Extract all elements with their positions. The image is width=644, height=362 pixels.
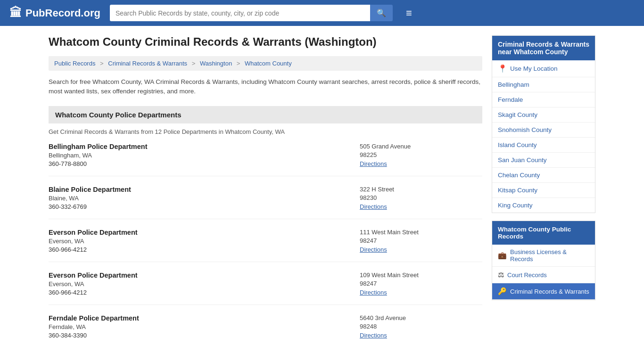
dept-left-3: Everson Police Department Everson, WA 36… bbox=[49, 272, 360, 296]
dept-left-1: Blaine Police Department Blaine, WA 360-… bbox=[49, 186, 360, 210]
dept-left-4: Ferndale Police Department Ferndale, WA … bbox=[49, 314, 360, 339]
dept-phone: 360-778-8800 bbox=[49, 160, 360, 167]
dept-city: Everson, WA bbox=[49, 280, 360, 288]
dept-city: Everson, WA bbox=[49, 238, 360, 245]
dept-right-0: 505 Grand Avenue 98225 Directions bbox=[360, 143, 482, 167]
dept-city: Blaine, WA bbox=[49, 195, 360, 202]
directions-link[interactable]: Directions bbox=[360, 289, 387, 296]
table-row: Everson Police Department Everson, WA 36… bbox=[49, 272, 482, 305]
dept-right-3: 109 West Main Street 98247 Directions bbox=[360, 272, 482, 296]
public-record-link[interactable]: Court Records bbox=[507, 272, 547, 279]
breadcrumb-sep-2: > bbox=[192, 60, 196, 67]
nearby-item-link[interactable]: Skagit County bbox=[498, 111, 537, 118]
nearby-item[interactable]: Chelan County bbox=[492, 168, 595, 183]
nearby-item-link[interactable]: Snohomish County bbox=[498, 126, 552, 133]
record-icon: 💼 bbox=[498, 251, 507, 260]
dept-phone: 360-332-6769 bbox=[49, 203, 360, 210]
dept-zip: 98225 bbox=[360, 151, 482, 158]
dept-address: 322 H Street bbox=[360, 186, 482, 193]
table-row: Ferndale Police Department Ferndale, WA … bbox=[49, 314, 482, 347]
public-record-link[interactable]: Criminal Records & Warrants bbox=[510, 288, 589, 295]
search-icon: 🔍 bbox=[377, 9, 386, 17]
content-area: Whatcom County Criminal Records & Warran… bbox=[49, 35, 482, 357]
nearby-item[interactable]: Kitsap County bbox=[492, 183, 595, 198]
logo-text: PubRecord.org bbox=[25, 7, 100, 19]
dept-name: Everson Police Department bbox=[49, 272, 360, 279]
search-input[interactable] bbox=[110, 5, 370, 21]
table-row: Everson Police Department Everson, WA 36… bbox=[49, 229, 482, 262]
table-row: Bellingham Police Department Bellingham,… bbox=[49, 143, 482, 176]
breadcrumb-criminal-records[interactable]: Criminal Records & Warrants bbox=[108, 60, 187, 67]
breadcrumb-public-records[interactable]: Public Records bbox=[54, 60, 95, 67]
site-header: 🏛 PubRecord.org 🔍 ≡ bbox=[0, 0, 644, 26]
dept-name: Bellingham Police Department bbox=[49, 143, 360, 150]
public-record-item[interactable]: ⚖ Court Records bbox=[492, 267, 595, 283]
dept-phone: 360-966-4212 bbox=[49, 289, 360, 296]
nearby-item[interactable]: Island County bbox=[492, 138, 595, 153]
breadcrumb: Public Records > Criminal Records & Warr… bbox=[49, 56, 482, 71]
breadcrumb-washington[interactable]: Washington bbox=[200, 60, 232, 67]
dept-left-0: Bellingham Police Department Bellingham,… bbox=[49, 143, 360, 167]
nearby-item-link[interactable]: Kitsap County bbox=[498, 187, 537, 194]
public-records-title: Whatcom County Public Records bbox=[492, 221, 595, 245]
use-location-label: Use My Location bbox=[510, 65, 558, 72]
dept-zip: 98230 bbox=[360, 194, 482, 201]
dept-left-2: Everson Police Department Everson, WA 36… bbox=[49, 229, 360, 253]
dept-address: 109 West Main Street bbox=[360, 272, 482, 279]
dept-address: 111 West Main Street bbox=[360, 229, 482, 236]
page-description: Search for free Whatcom County, WA Crimi… bbox=[49, 77, 482, 97]
directions-link[interactable]: Directions bbox=[360, 160, 387, 167]
public-records-box: Whatcom County Public Records 💼 Business… bbox=[492, 221, 595, 300]
sidebar: Criminal Records & Warrants near Whatcom… bbox=[492, 35, 595, 357]
nearby-item-link[interactable]: San Juan County bbox=[498, 156, 547, 164]
nearby-item-link[interactable]: King County bbox=[498, 202, 533, 209]
hamburger-button[interactable]: ≡ bbox=[402, 5, 416, 21]
nearby-item[interactable]: Ferndale bbox=[492, 92, 595, 107]
dept-phone: 360-966-4212 bbox=[49, 246, 360, 253]
public-records-list: 💼 Business Licenses & Records ⚖ Court Re… bbox=[492, 245, 595, 300]
breadcrumb-sep-1: > bbox=[100, 60, 104, 67]
directions-link[interactable]: Directions bbox=[360, 332, 387, 339]
main-container: Whatcom County Criminal Records & Warran… bbox=[39, 26, 605, 362]
site-logo[interactable]: 🏛 PubRecord.org bbox=[9, 6, 100, 20]
nearby-item[interactable]: Bellingham bbox=[492, 77, 595, 92]
section-subtext: Get Criminal Records & Warrants from 12 … bbox=[49, 128, 482, 135]
nearby-item[interactable]: San Juan County bbox=[492, 153, 595, 168]
breadcrumb-sep-3: > bbox=[237, 60, 240, 67]
public-record-item[interactable]: 🔑 Criminal Records & Warrants bbox=[492, 283, 595, 300]
dept-name: Ferndale Police Department bbox=[49, 314, 360, 322]
search-button[interactable]: 🔍 bbox=[370, 5, 393, 21]
directions-link[interactable]: Directions bbox=[360, 203, 387, 210]
nearby-list: 📍 Use My Location BellinghamFerndaleSkag… bbox=[492, 60, 595, 213]
page-title: Whatcom County Criminal Records & Warran… bbox=[49, 35, 482, 49]
dept-right-4: 5640 3rd Avenue 98248 Directions bbox=[360, 314, 482, 339]
nearby-item-link[interactable]: Bellingham bbox=[498, 81, 529, 88]
dept-zip: 98247 bbox=[360, 280, 482, 287]
dept-city: Ferndale, WA bbox=[49, 323, 360, 330]
dept-address: 505 Grand Avenue bbox=[360, 143, 482, 150]
public-record-item[interactable]: 💼 Business Licenses & Records bbox=[492, 245, 595, 267]
section-header: Whatcom County Police Departments bbox=[49, 106, 482, 123]
dept-right-2: 111 West Main Street 98247 Directions bbox=[360, 229, 482, 253]
nearby-item-link[interactable]: Island County bbox=[498, 141, 537, 148]
departments-list: Bellingham Police Department Bellingham,… bbox=[49, 143, 482, 347]
dept-name: Blaine Police Department bbox=[49, 186, 360, 193]
public-record-link[interactable]: Business Licenses & Records bbox=[510, 248, 589, 263]
nearby-item[interactable]: Snohomish County bbox=[492, 123, 595, 138]
nearby-item[interactable]: King County bbox=[492, 198, 595, 213]
search-container: 🔍 bbox=[110, 5, 393, 21]
breadcrumb-whatcom-county[interactable]: Whatcom County bbox=[245, 60, 292, 67]
logo-icon: 🏛 bbox=[9, 6, 22, 20]
directions-link[interactable]: Directions bbox=[360, 246, 387, 253]
nearby-use-location[interactable]: 📍 Use My Location bbox=[492, 60, 595, 77]
record-icon: ⚖ bbox=[498, 271, 504, 279]
dept-zip: 98248 bbox=[360, 323, 482, 330]
nearby-item[interactable]: Skagit County bbox=[492, 107, 595, 123]
hamburger-icon: ≡ bbox=[406, 7, 412, 19]
dept-phone: 360-384-3390 bbox=[49, 332, 360, 339]
nearby-title: Criminal Records & Warrants near Whatcom… bbox=[492, 36, 595, 60]
nearby-item-link[interactable]: Chelan County bbox=[498, 172, 540, 179]
nearby-box: Criminal Records & Warrants near Whatcom… bbox=[492, 35, 595, 213]
nearby-item-link[interactable]: Ferndale bbox=[498, 96, 523, 103]
record-icon: 🔑 bbox=[498, 287, 507, 296]
